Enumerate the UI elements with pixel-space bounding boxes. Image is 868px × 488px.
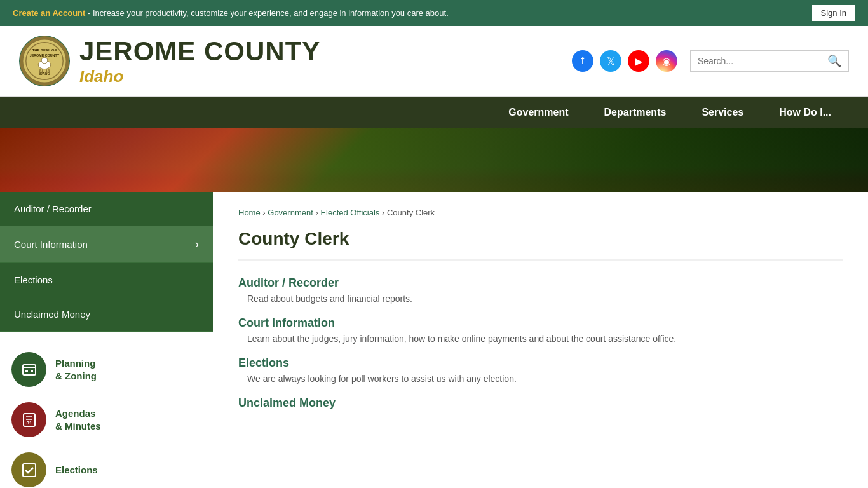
twitter-icon[interactable]: 𝕏 — [600, 50, 621, 72]
svg-rect-14 — [31, 370, 33, 372]
content-sections: Auditor / Recorder Read about budgets an… — [238, 276, 843, 410]
search-input[interactable] — [698, 56, 822, 66]
planning-zoning-icon — [11, 352, 46, 387]
planning-zoning-label: Planning& Zoning — [55, 357, 97, 382]
quick-link-agendas[interactable]: 31 Agendas& Minutes — [0, 395, 213, 445]
search-button[interactable]: 🔍 — [827, 54, 841, 68]
svg-text:JEROME COUNTY: JEROME COUNTY — [30, 53, 60, 57]
elections-label: Elections — [55, 464, 98, 477]
top-bar-message: Create an Account - Increase your produc… — [13, 8, 449, 18]
svg-line-7 — [39, 69, 40, 74]
section-link-auditor[interactable]: Auditor / Recorder — [238, 276, 843, 290]
hero-image — [0, 128, 868, 192]
logo-container: THE SEAL OF JEROME COUNTY IDAHO — [19, 36, 70, 86]
social-icons: f 𝕏 ▶ ◉ — [572, 50, 677, 72]
sidebar-item-court[interactable]: Court Information › — [0, 226, 213, 263]
sidebar-item-unclaimed[interactable]: Unclaimed Money — [0, 297, 213, 332]
sidebar: Auditor / Recorder Court Information › E… — [0, 192, 213, 488]
breadcrumb-government[interactable]: Government — [268, 208, 313, 217]
quick-link-planning[interactable]: Planning& Zoning — [0, 344, 213, 395]
svg-line-9 — [46, 69, 47, 74]
instagram-icon[interactable]: ◉ — [656, 50, 677, 72]
svg-text:THE SEAL OF: THE SEAL OF — [32, 48, 57, 52]
state-name: Idaho — [79, 67, 320, 86]
chevron-right-icon: › — [195, 238, 199, 251]
hero-background — [0, 128, 868, 192]
main-content: Home › Government › Elected Officials › … — [213, 192, 868, 488]
main-nav: Government Departments Services How Do I… — [0, 97, 868, 128]
youtube-icon[interactable]: ▶ — [628, 50, 649, 72]
svg-rect-13 — [25, 370, 28, 372]
agendas-icon: 31 — [11, 402, 46, 437]
breadcrumb-home[interactable]: Home — [238, 208, 261, 217]
sidebar-item-label: Unclaimed Money — [14, 309, 90, 320]
search-bar: 🔍 — [690, 50, 849, 72]
top-bar-description: - Increase your productivity, customize … — [88, 8, 449, 18]
site-title: JEROME COUNTY Idaho — [79, 36, 320, 86]
svg-point-6 — [41, 57, 48, 64]
quick-link-elections[interactable]: Elections — [0, 445, 213, 488]
nav-how-do-i[interactable]: How Do I... — [761, 97, 849, 128]
section-link-court[interactable]: Court Information — [238, 316, 843, 330]
header-left: THE SEAL OF JEROME COUNTY IDAHO JEROME C… — [19, 36, 320, 86]
nav-services[interactable]: Services — [684, 97, 761, 128]
breadcrumb-elected-officials[interactable]: Elected Officials — [320, 208, 379, 217]
svg-text:31: 31 — [26, 420, 32, 426]
quick-links: Planning& Zoning 31 Agendas& Minutes — [0, 332, 213, 488]
nav-departments[interactable]: Departments — [587, 97, 684, 128]
sidebar-item-elections[interactable]: Elections — [0, 263, 213, 297]
section-desc-elections: We are always looking for poll workers t… — [247, 374, 843, 384]
section-desc-auditor: Read about budgets and financial reports… — [247, 294, 843, 304]
section-link-elections[interactable]: Elections — [238, 356, 843, 370]
page-title: County Clerk — [238, 229, 843, 261]
header-right: f 𝕏 ▶ ◉ 🔍 — [572, 50, 849, 72]
site-header: THE SEAL OF JEROME COUNTY IDAHO JEROME C… — [0, 26, 868, 97]
top-bar: Create an Account - Increase your produc… — [0, 0, 868, 26]
facebook-icon[interactable]: f — [572, 50, 593, 72]
main-container: Auditor / Recorder Court Information › E… — [0, 192, 868, 488]
svg-text:IDAHO: IDAHO — [39, 72, 50, 76]
sidebar-menu: Auditor / Recorder Court Information › E… — [0, 192, 213, 332]
sidebar-item-label: Court Information — [14, 239, 88, 250]
create-account-link[interactable]: Create an Account — [13, 8, 85, 18]
svg-line-10 — [49, 69, 50, 74]
svg-rect-11 — [23, 365, 36, 375]
sidebar-item-label: Auditor / Recorder — [14, 203, 92, 214]
breadcrumb-sep3: › — [382, 208, 387, 217]
county-seal: THE SEAL OF JEROME COUNTY IDAHO — [20, 36, 69, 86]
svg-line-8 — [42, 69, 43, 74]
elections-icon — [11, 452, 46, 487]
nav-government[interactable]: Government — [491, 97, 586, 128]
sidebar-item-label: Elections — [14, 274, 53, 285]
sign-in-button[interactable]: Sign In — [812, 5, 855, 21]
agendas-label: Agendas& Minutes — [55, 407, 101, 432]
svg-rect-19 — [23, 464, 36, 477]
section-link-unclaimed[interactable]: Unclaimed Money — [238, 396, 843, 410]
sidebar-item-auditor[interactable]: Auditor / Recorder — [0, 192, 213, 226]
breadcrumb-current: County Clerk — [387, 208, 435, 217]
breadcrumb: Home › Government › Elected Officials › … — [238, 208, 843, 217]
section-desc-court: Learn about the judges, jury information… — [247, 334, 843, 344]
county-name: JEROME COUNTY — [79, 36, 320, 67]
